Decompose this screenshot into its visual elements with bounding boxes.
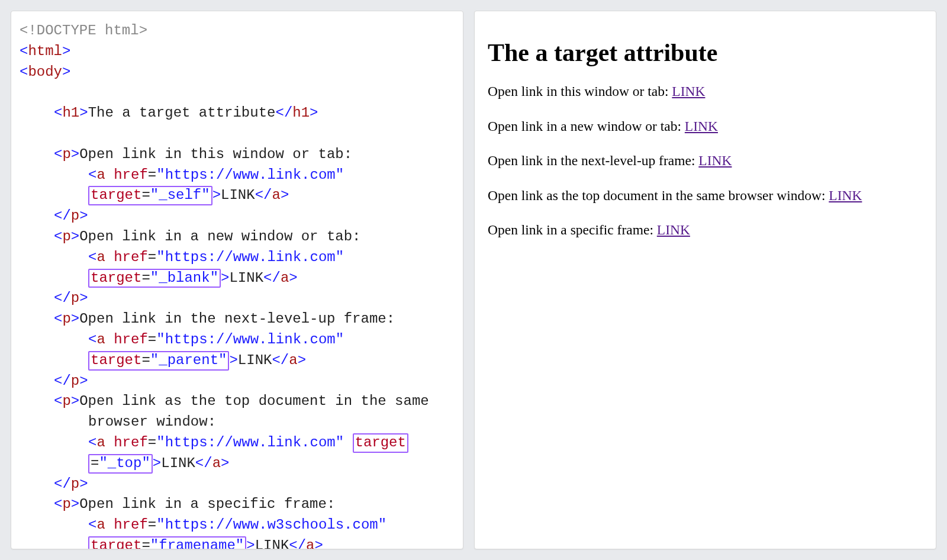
body-open-tag: body	[28, 64, 62, 80]
split-view: <!DOCTYPE html> <html> <body> <h1>The a …	[0, 0, 947, 560]
preview-link-3[interactable]: LINK	[698, 153, 732, 168]
preview-p2-text: Open link in a new window or tab:	[488, 118, 685, 134]
h1-text: The a target attribute	[88, 105, 276, 121]
p4-text-line2: browser window:	[88, 414, 216, 430]
preview-panel: The a target attribute Open link in this…	[474, 11, 936, 549]
html-open-tag: html	[28, 43, 62, 59]
p1-text: Open link in this window or tab:	[79, 146, 352, 162]
target-framename-highlight: target="framename"	[88, 536, 246, 549]
preview-p3-text: Open link in the next-level-up frame:	[488, 153, 698, 168]
code-panel: <!DOCTYPE html> <html> <body> <h1>The a …	[11, 11, 463, 549]
target-parent-highlight: target="_parent"	[88, 351, 229, 371]
p2-text: Open link in a new window or tab:	[79, 228, 360, 244]
preview-p4-text: Open link as the top document in the sam…	[488, 188, 829, 203]
preview-link-5[interactable]: LINK	[657, 222, 690, 237]
preview-p4: Open link as the top document in the sam…	[488, 186, 923, 205]
p4-text-line1: Open link as the top document in the sam…	[79, 393, 429, 409]
target-self-highlight: target="_self"	[88, 186, 212, 205]
target-top-highlight-1: target	[353, 433, 408, 453]
preview-heading: The a target attribute	[488, 38, 923, 67]
p3-text: Open link in the next-level-up frame:	[79, 311, 395, 327]
preview-p5-text: Open link in a specific frame:	[488, 222, 657, 237]
preview-p3: Open link in the next-level-up frame: LI…	[488, 152, 923, 170]
preview-p2: Open link in a new window or tab: LINK	[488, 117, 923, 136]
p5-text: Open link in a specific frame:	[79, 496, 335, 512]
target-top-highlight-2: ="_top"	[88, 454, 153, 474]
preview-p1-text: Open link in this window or tab:	[488, 83, 672, 99]
target-blank-highlight: target="_blank"	[88, 269, 221, 288]
preview-p1: Open link in this window or tab: LINK	[488, 82, 923, 101]
h1-tag: h1	[62, 105, 79, 121]
preview-p5: Open link in a specific frame: LINK	[488, 221, 923, 239]
preview-link-2[interactable]: LINK	[685, 118, 718, 134]
preview-link-4[interactable]: LINK	[829, 188, 862, 203]
preview-link-1[interactable]: LINK	[672, 83, 705, 99]
doctype-line: <!DOCTYPE html>	[20, 22, 147, 38]
